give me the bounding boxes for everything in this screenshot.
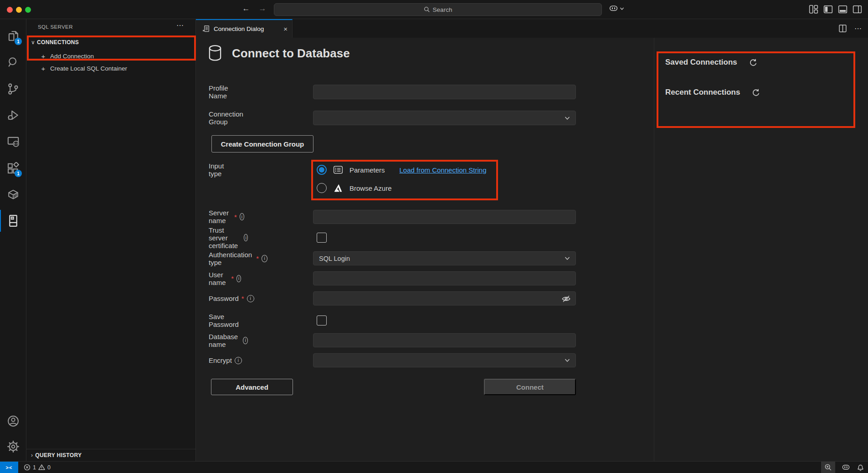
info-icon[interactable]: i — [243, 337, 248, 344]
copilot-menu-button[interactable] — [609, 4, 624, 13]
required-marker: * — [256, 254, 259, 262]
copilot-icon — [609, 4, 618, 13]
chevron-down-icon — [565, 256, 570, 260]
add-connection-label: Add Connection — [50, 53, 94, 60]
save-password-checkbox[interactable] — [317, 315, 327, 326]
info-icon[interactable]: i — [244, 234, 248, 241]
tab-connection-dialog[interactable]: Connection Dialog × — [196, 19, 293, 38]
sidebar-item-remote-explorer[interactable] — [0, 128, 26, 155]
sidebar-title: SQL SERVER — [38, 24, 73, 30]
parameters-icon — [333, 165, 343, 174]
database-name-input[interactable] — [313, 333, 576, 347]
editor-tab-bar: Connection Dialog × ⋯ — [196, 19, 868, 38]
forward-arrow-icon[interactable]: → — [257, 4, 268, 13]
user-name-input[interactable] — [313, 271, 576, 285]
browse-azure-option-label: Browse Azure — [349, 184, 392, 192]
warning-icon — [38, 464, 45, 471]
tab-close-icon[interactable]: × — [283, 25, 288, 33]
problems-status[interactable]: 1 0 — [24, 462, 51, 473]
customize-layout-icon[interactable] — [809, 5, 818, 14]
error-icon — [24, 464, 31, 471]
trust-server-certificate-checkbox[interactable] — [317, 233, 327, 243]
create-connection-group-button[interactable]: Create Connection Group — [211, 135, 313, 153]
search-icon — [424, 6, 430, 13]
refresh-icon[interactable] — [752, 88, 760, 97]
notifications-bell-icon[interactable] — [857, 463, 864, 471]
editor-actions: ⋯ — [838, 19, 862, 38]
pane-divider — [654, 38, 654, 461]
info-icon[interactable]: i — [236, 275, 241, 282]
sql-server-sidebar: SQL SERVER ⋯ ∨ CONNECTIONS + Add Connect… — [26, 19, 196, 461]
advanced-button[interactable]: Advanced — [211, 379, 293, 395]
activity-bar: 1 — [0, 19, 26, 461]
user-name-label: User name* i — [209, 271, 241, 286]
extensions-badge: 1 — [15, 170, 22, 177]
info-icon[interactable]: i — [235, 357, 242, 364]
chevron-right-icon: › — [31, 452, 33, 458]
command-center-search[interactable]: Search — [274, 3, 602, 16]
info-icon[interactable]: i — [262, 255, 267, 262]
toggle-secondary-sidebar-icon[interactable] — [853, 5, 862, 14]
connection-group-select[interactable] — [313, 111, 576, 125]
sidebar-item-run-debug[interactable] — [0, 102, 26, 128]
create-local-sql-container-item[interactable]: + Create Local SQL Container — [40, 65, 127, 72]
sidebar-item-extensions[interactable]: 1 — [0, 155, 26, 181]
status-bar: >< 1 0 — [0, 461, 868, 473]
copilot-status-icon[interactable] — [842, 463, 850, 471]
remote-indicator[interactable]: >< — [0, 462, 18, 473]
required-marker: * — [234, 213, 237, 221]
macos-minimize-button[interactable] — [16, 7, 22, 13]
split-editor-icon[interactable] — [838, 24, 847, 33]
sidebar-item-containers[interactable] — [0, 181, 26, 208]
recent-connections-section: Recent Connections — [665, 88, 760, 97]
connection-dialog-tab-icon — [202, 25, 210, 33]
profile-name-input[interactable] — [313, 85, 576, 99]
password-input[interactable] — [313, 291, 576, 305]
account-icon — [7, 415, 20, 427]
sidebar-item-sql-server[interactable] — [0, 208, 26, 234]
query-history-label: QUERY HISTORY — [35, 452, 82, 458]
sidebar-item-explorer[interactable]: 1 — [0, 23, 26, 49]
macos-zoom-button[interactable] — [25, 7, 31, 13]
profile-name-label: Profile Name — [209, 84, 228, 100]
authentication-type-value: SQL Login — [319, 255, 350, 262]
required-marker: * — [241, 295, 244, 302]
back-arrow-icon[interactable]: ← — [241, 4, 252, 13]
connect-button[interactable]: Connect — [484, 379, 576, 395]
toggle-panel-icon[interactable] — [838, 5, 847, 14]
toggle-password-visibility-icon[interactable] — [561, 294, 571, 304]
plus-icon: + — [40, 52, 46, 60]
refresh-icon[interactable] — [749, 58, 758, 67]
password-label: Password* i — [209, 295, 254, 302]
connections-section-header[interactable]: ∨ CONNECTIONS — [31, 39, 79, 46]
run-debug-icon — [7, 109, 20, 122]
add-connection-item[interactable]: + Add Connection — [40, 52, 94, 60]
database-name-label: Database name i — [209, 333, 248, 348]
trust-server-certificate-label: Trust server certificate i — [209, 226, 248, 249]
radio-selected-icon[interactable] — [317, 165, 327, 175]
info-icon[interactable]: i — [240, 213, 244, 220]
macos-close-button[interactable] — [7, 7, 13, 13]
toggle-primary-sidebar-icon[interactable] — [823, 5, 833, 14]
chevron-down-icon: ∨ — [31, 39, 35, 46]
query-history-section-header[interactable]: › QUERY HISTORY — [26, 449, 196, 461]
radio-unselected-icon[interactable] — [317, 183, 327, 193]
accounts-button[interactable] — [0, 408, 26, 434]
input-type-parameters-option[interactable]: Parameters Load from Connection String — [317, 163, 486, 177]
editor-more-actions-icon[interactable]: ⋯ — [854, 24, 862, 33]
load-from-connection-string-link[interactable]: Load from Connection String — [400, 166, 487, 174]
chevron-down-icon — [565, 116, 570, 120]
zoom-status-button[interactable] — [821, 462, 835, 473]
info-icon[interactable]: i — [247, 295, 254, 302]
server-name-input[interactable] — [313, 210, 576, 224]
settings-button[interactable] — [0, 433, 26, 460]
sidebar-more-actions-icon[interactable]: ⋯ — [176, 21, 184, 30]
save-password-label: Save Password — [209, 313, 239, 328]
connection-dialog-editor: Connect to Database Profile Name Connect… — [196, 38, 868, 461]
connection-group-label: Connection Group — [209, 110, 243, 126]
input-type-browse-azure-option[interactable]: Browse Azure — [317, 181, 392, 195]
encrypt-select[interactable] — [313, 353, 576, 367]
sidebar-item-search[interactable] — [0, 49, 26, 76]
authentication-type-select[interactable]: SQL Login — [313, 251, 576, 265]
sidebar-item-source-control[interactable] — [0, 76, 26, 102]
